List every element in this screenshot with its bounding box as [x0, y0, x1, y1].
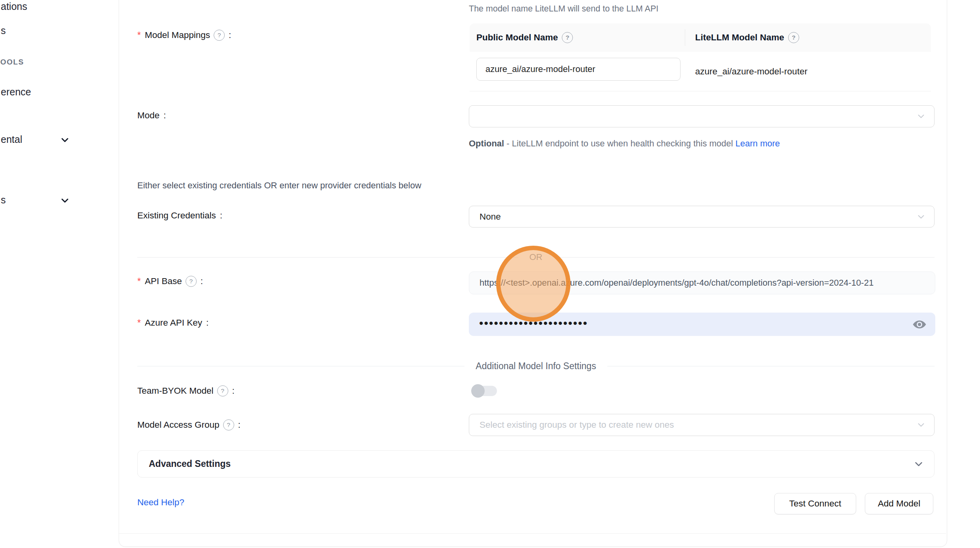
team-byok-label: Team-BYOK Model ? : [137, 385, 235, 396]
existing-credentials-select[interactable]: None [469, 206, 935, 228]
api-base-label: * API Base ? : [137, 276, 203, 287]
card-bottom-divider [119, 533, 946, 534]
required-marker: * [137, 319, 141, 328]
chevron-down-icon [916, 212, 926, 222]
or-divider: OR [137, 252, 935, 262]
eye-icon[interactable] [912, 319, 927, 330]
mode-label: Mode : [137, 110, 166, 121]
litellm-model-name-helper: The model name LiteLLM will send to the … [469, 4, 658, 14]
sidebar-item-guardrails[interactable]: s [1, 25, 6, 36]
help-icon[interactable]: ? [217, 385, 228, 396]
add-model-button[interactable]: Add Model [865, 493, 933, 514]
sidebar-section-tools: TOOLS [0, 58, 24, 66]
sidebar-item-organizations[interactable]: ations [1, 1, 27, 12]
help-icon[interactable]: ? [186, 276, 197, 287]
help-icon[interactable]: ? [562, 32, 573, 43]
api-base-input[interactable]: https://<test>.openai.azure.com/openai/d… [469, 271, 935, 294]
azure-api-key-label: * Azure API Key : [137, 318, 209, 328]
add-model-page: ations s TOOLS erence ental s The model … [0, 0, 980, 548]
required-marker: * [137, 31, 141, 40]
litellm-model-name-value: azure_ai/azure-model-router [695, 52, 808, 91]
model-mappings-label: * Model Mappings ? : [137, 30, 231, 41]
litellm-model-name-header: LiteLLM Model Name [695, 32, 784, 43]
chevron-down-icon [916, 111, 926, 121]
model-mappings-table: Public Model Name ? LiteLLM Model Name ?… [470, 23, 931, 91]
chevron-down-icon[interactable] [59, 195, 70, 206]
credentials-note: Either select existing credentials OR en… [137, 180, 421, 191]
sidebar-item-settings[interactable]: s [1, 194, 6, 206]
learn-more-link[interactable]: Learn more [735, 138, 780, 148]
test-connect-button[interactable]: Test Connect [774, 493, 856, 514]
mode-select[interactable] [469, 105, 935, 127]
help-icon[interactable]: ? [788, 32, 799, 43]
model-mappings-header: Public Model Name ? LiteLLM Model Name ? [470, 23, 931, 52]
azure-api-key-input[interactable]: •••••••••••••••••••••• [469, 313, 935, 336]
chevron-down-icon [916, 420, 926, 430]
public-model-name-input[interactable]: azure_ai/azure-model-router [476, 58, 681, 81]
masked-api-key: •••••••••••••••••••••• [479, 317, 588, 329]
help-icon[interactable]: ? [214, 30, 225, 41]
sidebar-item-experimental[interactable]: ental [1, 134, 22, 145]
model-mappings-row: azure_ai/azure-model-router azure_ai/azu… [470, 52, 931, 91]
sidebar-item-reference[interactable]: erence [1, 86, 31, 98]
chevron-down-icon [913, 458, 925, 470]
chevron-down-icon[interactable] [59, 135, 70, 146]
additional-info-divider: Additional Model Info Settings [137, 361, 935, 372]
advanced-settings-toggle[interactable]: Advanced Settings [137, 450, 935, 478]
need-help-link[interactable]: Need Help? [137, 497, 184, 508]
existing-credentials-label: Existing Credentials : [137, 210, 222, 221]
required-marker: * [137, 277, 141, 286]
public-model-name-header: Public Model Name [476, 32, 558, 43]
mode-helper: Optional - LiteLLM endpoint to use when … [469, 136, 791, 151]
help-icon[interactable]: ? [223, 419, 234, 430]
model-access-group-label: Model Access Group ? : [137, 419, 241, 430]
model-access-group-select[interactable]: Select existing groups or type to create… [469, 414, 935, 436]
team-byok-toggle[interactable] [472, 385, 497, 396]
